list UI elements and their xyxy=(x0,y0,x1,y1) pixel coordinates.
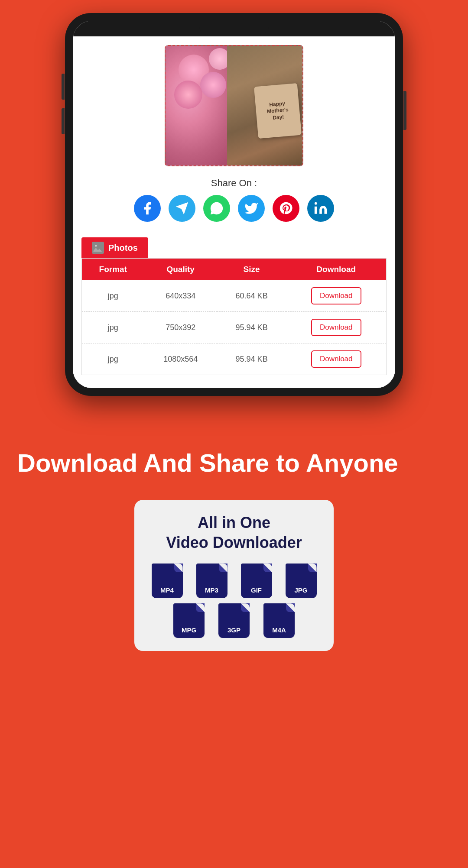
mpg-label: MPG xyxy=(182,626,196,634)
svg-point-0 xyxy=(315,202,317,205)
pinterest-icon xyxy=(279,201,293,216)
linkedin-icon xyxy=(313,201,328,216)
photos-tab-label: Photos xyxy=(108,243,138,253)
row1-quality: 640x334 xyxy=(144,280,217,312)
table-row: jpg 640x334 60.64 KB Download xyxy=(82,280,387,312)
download-button-1[interactable]: Download xyxy=(311,287,361,304)
flower-4 xyxy=(174,81,202,109)
flower-2 xyxy=(200,72,226,98)
phone-inner: HappyMother'sDay! Share On : xyxy=(73,21,395,388)
table-header-row: Format Quality Size Download xyxy=(82,259,387,281)
jpg-icon: JPG xyxy=(286,564,317,598)
mp4-label: MP4 xyxy=(160,586,174,594)
phone-side-button-right xyxy=(403,91,406,130)
col-size: Size xyxy=(217,259,286,281)
linkedin-share-button[interactable] xyxy=(307,195,334,222)
image-container: HappyMother'sDay! xyxy=(73,36,395,173)
formats-row-1: MP4 MP3 GIF JPG xyxy=(147,564,321,598)
phone-section: HappyMother'sDay! Share On : xyxy=(0,0,468,422)
row3-download-cell: Download xyxy=(286,343,386,375)
mp4-icon: MP4 xyxy=(152,564,183,598)
facebook-icon xyxy=(140,201,155,216)
tag-card: HappyMother'sDay! xyxy=(254,83,302,139)
format-mp3: MP3 xyxy=(192,564,231,598)
format-mp4: MP4 xyxy=(147,564,187,598)
telegram-icon xyxy=(175,201,189,216)
video-downloader-title: All in OneVideo Downloader xyxy=(147,513,321,554)
row2-download-cell: Download xyxy=(286,312,386,343)
download-button-3[interactable]: Download xyxy=(311,350,361,368)
row2-quality: 750x392 xyxy=(144,312,217,343)
twitter-share-button[interactable] xyxy=(238,195,265,222)
download-table: Format Quality Size Download jpg 640x334 xyxy=(81,258,387,375)
format-mpg: MPG xyxy=(169,603,209,638)
mpg-icon: MPG xyxy=(173,603,205,638)
twitter-icon xyxy=(244,201,259,216)
bottom-section: Download And Share to Anyone All in OneV… xyxy=(0,422,468,668)
row1-size: 60.64 KB xyxy=(217,280,286,312)
format-m4a: M4A xyxy=(259,603,299,638)
whatsapp-share-button[interactable] xyxy=(203,195,230,222)
tag-text: HappyMother'sDay! xyxy=(264,97,292,124)
whatsapp-icon xyxy=(209,201,224,216)
row2-format: jpg xyxy=(82,312,144,343)
facebook-share-button[interactable] xyxy=(134,195,161,222)
row3-format: jpg xyxy=(82,343,144,375)
row3-quality: 1080x564 xyxy=(144,343,217,375)
table-row: jpg 750x392 95.94 KB Download xyxy=(82,312,387,343)
phone-side-button-left1 xyxy=(62,74,65,100)
gif-icon: GIF xyxy=(241,564,272,598)
gif-label: GIF xyxy=(251,586,262,594)
row2-size: 95.94 KB xyxy=(217,312,286,343)
pinterest-share-button[interactable] xyxy=(273,195,299,222)
formats-row-2: MPG 3GP M4A xyxy=(169,603,299,638)
row1-download-cell: Download xyxy=(286,280,386,312)
download-button-2[interactable]: Download xyxy=(311,319,361,336)
row3-size: 95.94 KB xyxy=(217,343,286,375)
3gp-icon: 3GP xyxy=(218,603,250,638)
mp3-icon: MP3 xyxy=(196,564,228,598)
telegram-share-button[interactable] xyxy=(169,195,195,222)
format-gif: GIF xyxy=(237,564,276,598)
m4a-icon: M4A xyxy=(263,603,295,638)
page-wrapper: HappyMother'sDay! Share On : xyxy=(0,0,468,668)
phone-side-button-left2 xyxy=(62,108,65,134)
download-section: Photos Format Quality Size Download xyxy=(81,237,387,375)
phone-mockup: HappyMother'sDay! Share On : xyxy=(65,13,403,396)
share-title: Share On : xyxy=(73,178,395,189)
photos-tab-icon xyxy=(92,242,104,254)
photos-tab[interactable]: Photos xyxy=(81,237,148,258)
phone-notch-bar xyxy=(73,21,395,36)
col-format: Format xyxy=(82,259,144,281)
3gp-label: 3GP xyxy=(228,626,240,634)
phone-content: HappyMother'sDay! Share On : xyxy=(73,36,395,388)
phone-notch xyxy=(199,23,269,35)
svg-rect-1 xyxy=(92,242,104,254)
col-download: Download xyxy=(286,259,386,281)
mothers-day-image: HappyMother'sDay! xyxy=(165,45,303,166)
m4a-label: M4A xyxy=(272,626,286,634)
row1-format: jpg xyxy=(82,280,144,312)
mp3-label: MP3 xyxy=(205,586,218,594)
bottom-title: Download And Share to Anyone xyxy=(17,448,398,478)
col-quality: Quality xyxy=(144,259,217,281)
format-jpg: JPG xyxy=(281,564,321,598)
format-3gp: 3GP xyxy=(214,603,254,638)
video-downloader-card: All in OneVideo Downloader MP4 MP3 GIF xyxy=(134,500,334,651)
share-section: Share On : xyxy=(73,173,395,229)
jpg-label: JPG xyxy=(294,586,307,594)
wood-area: HappyMother'sDay! xyxy=(227,46,302,165)
social-icons-row xyxy=(73,195,395,222)
table-row: jpg 1080x564 95.94 KB Download xyxy=(82,343,387,375)
svg-point-2 xyxy=(95,245,97,247)
